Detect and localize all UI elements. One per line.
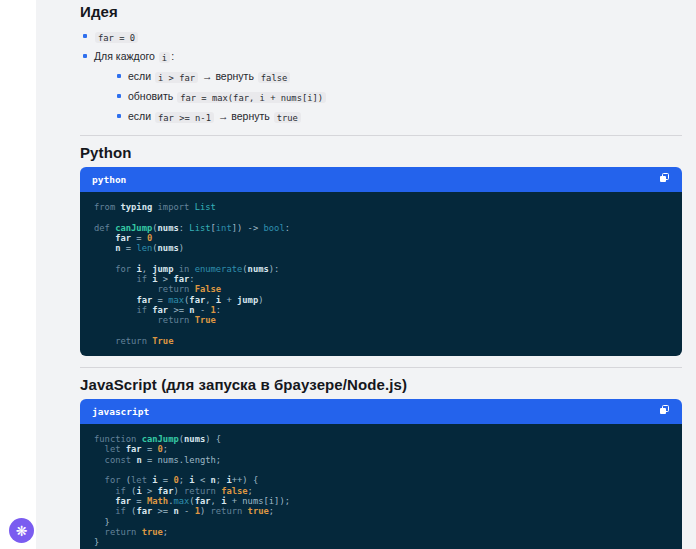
copy-icon bbox=[659, 172, 670, 187]
copy-icon bbox=[659, 404, 670, 419]
javascript-code-block: javascript function canJump(nums) { let … bbox=[80, 399, 682, 549]
idea-list: far = 0 Для каждого i: если i > far → ве… bbox=[80, 30, 682, 123]
list-item-text: обновить far = max(far, i + nums[i]) bbox=[128, 90, 327, 102]
copy-code-button[interactable] bbox=[659, 172, 670, 187]
code-language-label: python bbox=[92, 174, 126, 185]
message-panel: Идея far = 0 Для каждого i: если i > far… bbox=[36, 0, 696, 549]
idea-heading: Идея bbox=[80, 0, 682, 20]
list-item-text: если i > far → вернуть false bbox=[128, 70, 291, 82]
assistant-logo-icon: ❋ bbox=[16, 524, 28, 538]
code-block-header: python bbox=[80, 167, 682, 192]
assistant-avatar: ❋ bbox=[9, 518, 34, 543]
bullet-square-icon bbox=[117, 114, 121, 118]
bullet-square-icon bbox=[83, 34, 87, 38]
list-item-text: если far >= n-1 → вернуть true bbox=[128, 110, 302, 122]
list-item-text: far = 0 bbox=[94, 30, 139, 42]
idea-sub-list: если i > far → вернуть false обновить fa… bbox=[114, 70, 682, 123]
code-language-label: javascript bbox=[92, 406, 149, 417]
bullet-square-icon bbox=[117, 74, 121, 78]
list-item: far = 0 bbox=[80, 30, 682, 43]
code-block-header: javascript bbox=[80, 399, 682, 424]
copy-code-button[interactable] bbox=[659, 404, 670, 419]
javascript-heading: JavaScript (для запуска в браузере/Node.… bbox=[80, 376, 682, 393]
list-item-text: Для каждого i: bbox=[94, 50, 174, 62]
python-code: from typing import List def canJump(nums… bbox=[80, 192, 682, 356]
section-divider bbox=[80, 135, 682, 136]
python-code-block: python from typing import List def canJu… bbox=[80, 167, 682, 356]
python-heading: Python bbox=[80, 144, 682, 161]
message-content: Идея far = 0 Для каждого i: если i > far… bbox=[80, 0, 682, 549]
list-item: если i > far → вернуть false bbox=[114, 70, 682, 83]
list-item: обновить far = max(far, i + nums[i]) bbox=[114, 90, 682, 103]
bullet-square-icon bbox=[83, 54, 87, 58]
section-divider bbox=[80, 367, 682, 368]
bullet-square-icon bbox=[117, 94, 121, 98]
javascript-code: function canJump(nums) { let far = 0; co… bbox=[80, 424, 682, 549]
list-item: если far >= n-1 → вернуть true bbox=[114, 110, 682, 123]
list-item: Для каждого i: если i > far → вернуть fa… bbox=[80, 50, 682, 123]
